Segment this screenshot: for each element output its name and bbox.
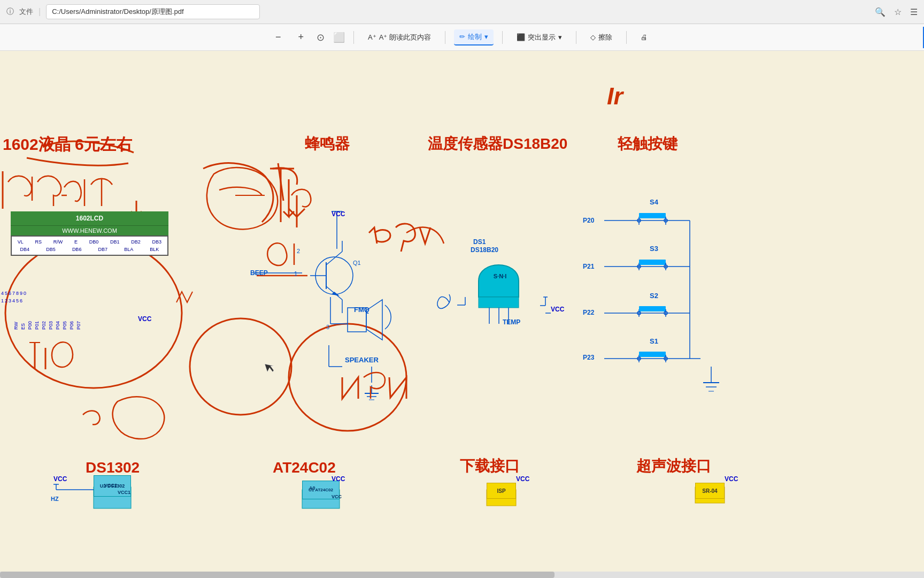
separator: | xyxy=(38,7,41,17)
bookmark-icon[interactable]: ☆ xyxy=(894,7,902,17)
zoom-out-button[interactable]: − xyxy=(271,32,286,43)
lcd-pin-numbers-left: 4567890 xyxy=(1,291,26,296)
sr04-chip: SR-04 xyxy=(695,483,725,499)
svg-text:Q1: Q1 xyxy=(353,260,361,266)
svg-rect-42 xyxy=(639,306,666,311)
touch-btn-section-title: 轻触按键 xyxy=(618,134,677,154)
read-aloud-button[interactable]: A⁺ A⁺ 朗读此页内容 xyxy=(363,30,436,45)
svg-rect-62 xyxy=(479,297,519,308)
ds18b20-vcc-label: VCC xyxy=(551,306,564,313)
svg-point-50 xyxy=(664,357,667,360)
svg-point-34 xyxy=(637,219,641,222)
highlight-icon: ⬛ xyxy=(517,33,525,41)
fmq-label: FMQ xyxy=(354,306,369,314)
p21-label: P21 xyxy=(583,263,594,270)
hz-label: HZ xyxy=(51,496,59,502)
toolbar-separator-4 xyxy=(576,31,576,44)
zoom-in-button[interactable]: + xyxy=(294,32,309,43)
lcd-bottom-pins: RW ES P00 P01 P02 P03 P04 P05 P06 P07 xyxy=(13,321,81,330)
lcd-chip-name: 1602LCD xyxy=(11,211,168,225)
p20-label: P20 xyxy=(583,217,594,224)
ultrasonic-section-title: 超声波接口 xyxy=(636,456,711,476)
info-icon: ⓘ xyxy=(6,7,14,17)
transistor-vcc-label: VCC xyxy=(332,210,345,218)
highlight-dropdown-icon: ▾ xyxy=(558,33,562,41)
draw-label: 绘制 xyxy=(468,32,482,42)
lcd-module: 1602LCD WWW.HENEW.COM VLRSR/WEDB0DB1DB2D… xyxy=(11,211,168,256)
at24c02-vcc2: VCC xyxy=(332,494,342,499)
download-section-title: 下载接口 xyxy=(460,456,520,476)
beep-pin-1: 1 xyxy=(294,270,297,277)
isp-vcc: VCC xyxy=(516,475,529,483)
lcd-pin-row-2: DB4DB5DB6DB7BLABLK xyxy=(12,246,167,253)
s3-label: S3 xyxy=(650,245,658,253)
print-icon: 🖨 xyxy=(641,33,648,41)
isp-chip: ISP xyxy=(487,483,516,499)
highlight-label: 突出显示 xyxy=(528,33,556,42)
transistor-pin-2: 2 xyxy=(297,248,300,254)
fit-icon[interactable]: ⊙ xyxy=(317,32,325,43)
read-label: A⁺ 朗读此页内容 xyxy=(379,33,431,42)
ds1302-section-title: DS1302 xyxy=(86,459,140,476)
svg-point-49 xyxy=(637,357,641,360)
sr04-vcc: VCC xyxy=(725,475,738,483)
browser-icons: 🔍 ☆ ☰ xyxy=(875,7,918,17)
draw-button[interactable]: ✏ 绘制 ▾ xyxy=(454,29,494,45)
transistor-pin-3: 3 xyxy=(326,324,329,330)
toolbar-separator-3 xyxy=(502,31,503,44)
lcd-chip-website: WWW.HENEW.COM xyxy=(11,225,168,235)
svg-point-35 xyxy=(664,219,667,222)
svg-point-1 xyxy=(190,318,291,415)
erase-label: 擦除 xyxy=(598,33,612,42)
menu-icon[interactable]: ☰ xyxy=(910,7,918,17)
svg-line-55 xyxy=(326,286,342,300)
p23-label: P23 xyxy=(583,354,594,361)
s2-label: S2 xyxy=(650,292,658,300)
zoom-icon[interactable]: 🔍 xyxy=(875,7,886,17)
toolbar-separator-1 xyxy=(353,31,354,44)
at24c02-section-title: AT24C02 xyxy=(273,459,336,476)
horizontal-scrollbar[interactable] xyxy=(0,572,924,578)
svg-point-39 xyxy=(637,265,641,268)
scrollbar-thumb[interactable] xyxy=(0,572,555,578)
speaker-label: SPEAKER xyxy=(345,356,379,364)
at24c02-a0: A0 xyxy=(309,485,315,491)
toolbar-separator-5 xyxy=(626,31,627,44)
erase-button[interactable]: ◇ 擦除 xyxy=(585,30,618,45)
svg-point-45 xyxy=(664,311,667,315)
sr04-label: SR-04 xyxy=(702,488,717,494)
svg-rect-32 xyxy=(639,213,666,218)
lcd-section-title: 1602液晶 6元左右 xyxy=(3,134,132,156)
print-button[interactable]: 🖨 xyxy=(635,31,653,44)
svg-point-40 xyxy=(664,265,667,268)
ds1302-vcc-label: VCC xyxy=(53,475,67,483)
url-bar[interactable]: C:/Users/Administrator/Desktop/原理图.pdf xyxy=(46,4,260,19)
lcd-pin-row-1: VLRSR/WEDB0DB1DB2DB3 xyxy=(12,238,167,246)
svg-marker-56 xyxy=(332,292,340,296)
frame-icon[interactable]: ⬜ xyxy=(333,32,345,43)
p22-label: P22 xyxy=(583,309,594,316)
svg-point-0 xyxy=(5,238,182,388)
erase-icon: ◇ xyxy=(590,33,596,41)
at24c02-vcc: VCC xyxy=(332,475,345,483)
ds18b20-label: DS18B20 xyxy=(471,246,498,254)
isp-label: ISP xyxy=(497,488,505,494)
ds18b20-temp-label: TEMP xyxy=(503,318,520,326)
circuit-svg: Q1 xyxy=(0,51,924,578)
read-icon: A⁺ xyxy=(368,33,376,41)
draw-dropdown-icon: ▾ xyxy=(484,33,488,41)
toolbar: − + ⊙ ⬜ A⁺ A⁺ 朗读此页内容 ✏ 绘制 ▾ ⬛ 突出显示 ▾ ◇ 擦… xyxy=(0,24,924,51)
svg-rect-37 xyxy=(639,260,666,265)
svg-point-2 xyxy=(289,324,406,431)
highlight-button[interactable]: ⬛ 突出显示 ▾ xyxy=(511,30,567,45)
ds1-label: DS1 xyxy=(473,238,486,246)
beep-label: BEEP xyxy=(250,269,268,277)
buzzer-section-title: 蜂鸣器 xyxy=(305,134,350,154)
svg-point-44 xyxy=(637,311,641,315)
lcd-pin-numbers-left-2: 123456 xyxy=(1,298,22,303)
s4-label: S4 xyxy=(650,198,658,206)
ds1302-vcc1: VCC1 xyxy=(118,490,130,495)
temp-sensor-section-title: 温度传感器DS18B20 xyxy=(428,134,567,154)
file-label: 文件 xyxy=(19,7,33,17)
browser-bar: ⓘ 文件 | C:/Users/Administrator/Desktop/原理… xyxy=(0,0,924,24)
